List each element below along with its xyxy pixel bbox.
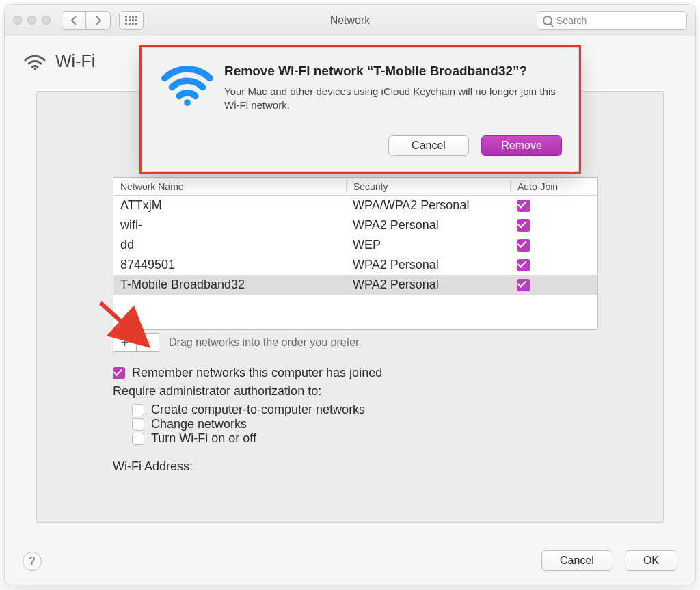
table-header: Network Name Security Auto-Join xyxy=(113,178,597,196)
page-title: Wi-Fi xyxy=(55,51,95,71)
network-name-cell: wifi- xyxy=(113,218,346,232)
network-security-cell: WPA2 Personal xyxy=(346,258,510,272)
chevron-right-icon xyxy=(94,16,103,25)
autojoin-checkbox[interactable] xyxy=(517,259,530,271)
forward-button[interactable] xyxy=(86,11,111,30)
wifi-icon xyxy=(161,63,213,107)
table-row[interactable]: 87449501WPA2 Personal xyxy=(113,255,597,275)
remember-networks-row: Remember networks this computer has join… xyxy=(113,366,654,380)
table-row[interactable]: wifi-WPA2 Personal xyxy=(113,215,597,235)
network-name-cell: dd xyxy=(113,238,346,252)
titlebar: Network Search xyxy=(5,5,695,36)
require-auth-option-label: Turn Wi-Fi on or off xyxy=(151,431,256,446)
column-autojoin[interactable]: Auto-Join xyxy=(510,181,597,192)
autojoin-checkbox[interactable] xyxy=(517,200,530,212)
show-all-button[interactable] xyxy=(119,11,144,30)
window-zoom-button[interactable] xyxy=(42,16,51,25)
network-name-cell: 87449501 xyxy=(113,258,346,272)
require-auth-label: Require administrator authorization to: xyxy=(113,384,321,399)
alert-cancel-button[interactable]: Cancel xyxy=(388,135,469,156)
network-autojoin-cell xyxy=(510,259,597,271)
require-auth-option-label: Change networks xyxy=(151,417,247,431)
dialog-footer: Cancel OK xyxy=(5,537,695,585)
remove-network-button[interactable]: − xyxy=(136,333,159,352)
alert-actions: Cancel Remove xyxy=(224,135,562,156)
network-security-cell: WPA2 Personal xyxy=(346,278,510,292)
wifi-address-row: Wi-Fi Address: xyxy=(113,459,654,474)
drag-hint-label: Drag networks into the order you prefer. xyxy=(169,336,362,349)
alert-body: Remove Wi-Fi network “T-Mobile Broadband… xyxy=(216,63,562,156)
window-minimize-button[interactable] xyxy=(27,16,36,25)
search-placeholder: Search xyxy=(556,15,587,26)
network-autojoin-cell xyxy=(510,239,597,252)
wifi-address-label: Wi-Fi Address: xyxy=(113,459,193,474)
network-name-cell: ATTxjM xyxy=(113,198,346,213)
alert-text: Your Mac and other devices using iCloud … xyxy=(224,85,562,113)
network-autojoin-cell xyxy=(510,200,597,212)
table-row[interactable]: ddWEP xyxy=(113,235,597,255)
panel-ok-button[interactable]: OK xyxy=(625,550,677,571)
window-title: Network xyxy=(330,14,371,27)
require-auth-option: Change networks xyxy=(113,417,654,431)
options-group: Remember networks this computer has join… xyxy=(113,366,654,474)
chevron-left-icon xyxy=(70,16,78,25)
network-preferences-window: Network Search Wi-Fi Prefe Network Name … xyxy=(4,4,696,585)
table-row[interactable]: ATTxjMWPA/WPA2 Personal xyxy=(113,196,597,215)
svg-point-0 xyxy=(34,68,36,70)
autojoin-checkbox[interactable] xyxy=(517,219,530,232)
column-security[interactable]: Security xyxy=(346,181,510,192)
alert-remove-button[interactable]: Remove xyxy=(481,135,562,156)
autojoin-checkbox[interactable] xyxy=(517,279,530,291)
svg-point-1 xyxy=(184,99,191,106)
require-auth-option-label: Create computer-to-computer networks xyxy=(151,403,365,417)
network-autojoin-cell xyxy=(510,219,597,232)
network-autojoin-cell xyxy=(510,279,597,291)
window-controls xyxy=(13,16,51,25)
require-auth-option: Turn Wi-Fi on or off xyxy=(113,431,654,446)
add-network-button[interactable]: + xyxy=(113,333,136,352)
add-remove-buttons: + − xyxy=(113,333,159,352)
add-remove-toolbar: + − Drag networks into the order you pre… xyxy=(113,333,362,352)
remember-networks-label: Remember networks this computer has join… xyxy=(132,366,382,380)
nav-back-forward xyxy=(62,11,111,30)
table-empty-space xyxy=(113,295,597,329)
require-auth-label-row: Require administrator authorization to: xyxy=(113,384,654,399)
network-name-cell: T-Mobile Broadband32 xyxy=(113,278,346,292)
network-security-cell: WPA2 Personal xyxy=(346,218,510,232)
table-row[interactable]: T-Mobile Broadband32WPA2 Personal xyxy=(113,275,597,295)
column-network-name[interactable]: Network Name xyxy=(113,181,346,192)
require-auth-checkbox[interactable] xyxy=(132,418,144,431)
require-auth-checkbox[interactable] xyxy=(132,433,144,445)
network-security-cell: WPA/WPA2 Personal xyxy=(346,198,510,213)
require-auth-checkbox[interactable] xyxy=(132,404,144,416)
search-input[interactable]: Search xyxy=(537,11,687,30)
alert-title: Remove Wi-Fi network “T-Mobile Broadband… xyxy=(224,63,562,79)
panel-cancel-button[interactable]: Cancel xyxy=(541,550,612,571)
require-auth-option: Create computer-to-computer networks xyxy=(113,403,654,417)
search-icon xyxy=(543,16,552,25)
preferred-networks-table: Network Name Security Auto-Join ATTxjMWP… xyxy=(113,177,598,330)
remove-network-alert: Remove Wi-Fi network “T-Mobile Broadband… xyxy=(142,47,579,172)
alert-wifi-icon xyxy=(159,63,216,156)
back-button[interactable] xyxy=(62,11,86,30)
wifi-icon xyxy=(24,52,46,71)
network-security-cell: WEP xyxy=(346,238,510,252)
autojoin-checkbox[interactable] xyxy=(517,239,530,252)
window-close-button[interactable] xyxy=(13,16,22,25)
remember-networks-checkbox[interactable] xyxy=(113,367,125,379)
